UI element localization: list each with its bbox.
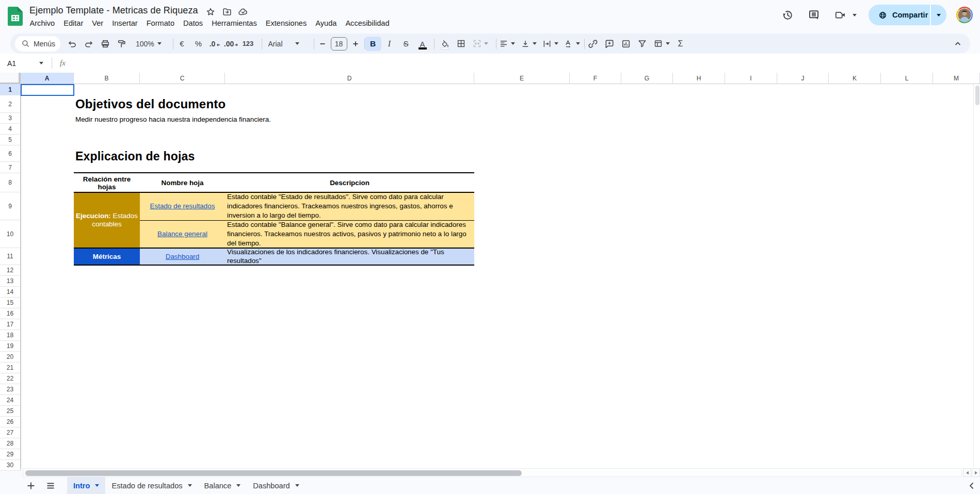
row-header-5[interactable]: 5 (0, 135, 21, 145)
document-title[interactable]: Ejemplo Template - Metricas de Riqueza (29, 5, 198, 16)
vertical-align-button[interactable] (518, 37, 540, 51)
row-header-15[interactable]: 15 (0, 298, 21, 308)
row-header-9[interactable]: 9 (0, 192, 21, 220)
table-views-button[interactable] (651, 37, 672, 51)
cell-link-dashboard[interactable]: Dashboard (140, 248, 225, 265)
column-header-I[interactable]: I (725, 73, 777, 84)
redo-button[interactable] (81, 37, 97, 51)
column-header-L[interactable]: L (881, 73, 933, 84)
borders-button[interactable] (453, 37, 470, 51)
row-header-21[interactable]: 21 (0, 363, 21, 373)
font-family-control[interactable]: Arial (263, 37, 304, 51)
column-header-G[interactable]: G (621, 73, 673, 84)
cell-link-estado-resultados[interactable]: Estado de resultados (140, 192, 225, 220)
menu-ver[interactable]: Ver (88, 18, 108, 29)
meet-caret-icon[interactable] (853, 14, 857, 17)
decrease-font-size-button[interactable] (314, 37, 331, 51)
vertical-scrollbar-thumb[interactable] (975, 86, 979, 105)
menu-extensiones[interactable]: Extensiones (261, 18, 311, 29)
menu-herramientas[interactable]: Herramientas (207, 18, 262, 29)
sheet-tab-estado-de-resultados[interactable]: Estado de resultados (105, 477, 198, 494)
row-header-28[interactable]: 28 (0, 438, 21, 449)
column-header-F[interactable]: F (570, 73, 621, 84)
column-header-J[interactable]: J (777, 73, 829, 84)
row-header-16[interactable]: 16 (0, 308, 21, 319)
scroll-left-button[interactable] (963, 468, 971, 477)
horizontal-scrollbar-track[interactable] (23, 468, 962, 477)
increase-font-size-button[interactable] (347, 37, 364, 51)
print-button[interactable] (97, 37, 114, 51)
account-avatar[interactable] (956, 7, 973, 23)
column-header-B[interactable]: B (74, 73, 140, 84)
name-box-caret[interactable] (39, 62, 43, 64)
cell-desc-balance-general[interactable]: Estado contable "Balance general". Sirve… (225, 220, 474, 248)
column-header-M[interactable]: M (933, 73, 980, 84)
sheet-tab-balance[interactable]: Balance (198, 477, 247, 494)
cell-desc-dashboard[interactable]: Visualizaciones de los indicadores finan… (225, 248, 474, 265)
comments-icon[interactable] (808, 9, 820, 21)
menu-archivo[interactable]: Archivo (25, 18, 59, 29)
italic-button[interactable]: I (381, 37, 398, 51)
vertical-scrollbar[interactable] (973, 84, 980, 468)
chevron-left-icon[interactable] (968, 482, 976, 490)
row-header-12[interactable]: 12 (0, 265, 21, 276)
row-header-29[interactable]: 29 (0, 449, 21, 460)
more-formats-button[interactable]: 123 (240, 37, 256, 51)
insert-chart-button[interactable] (618, 37, 634, 51)
insert-comment-button[interactable] (601, 37, 618, 51)
row-header-23[interactable]: 23 (0, 384, 21, 395)
functions-button[interactable]: Σ (672, 37, 689, 51)
move-folder-icon[interactable] (222, 7, 232, 17)
filter-button[interactable] (634, 37, 651, 51)
row-header-26[interactable]: 26 (0, 417, 21, 427)
column-header-C[interactable]: C (140, 73, 225, 84)
sheet-tab-caret[interactable] (295, 484, 299, 487)
cloud-saved-icon[interactable] (238, 7, 248, 17)
text-rotation-button[interactable] (561, 37, 583, 51)
row-header-4[interactable]: 4 (0, 124, 21, 135)
toolbar-search[interactable]: Menús (15, 36, 60, 52)
row-header-7[interactable]: 7 (0, 162, 21, 173)
share-caret[interactable] (931, 14, 946, 17)
bold-button[interactable]: B (365, 37, 381, 51)
name-box[interactable]: A1 (0, 59, 39, 68)
share-main[interactable]: Compartir (869, 11, 930, 20)
insert-link-button[interactable] (585, 37, 601, 51)
menu-insertar[interactable]: Insertar (108, 18, 142, 29)
sheet-tab-caret[interactable] (236, 484, 240, 487)
row-header-11[interactable]: 11 (0, 248, 21, 265)
paint-format-button[interactable] (114, 37, 130, 51)
cell-ejecucion-group[interactable]: Ejecucion: Estados contables (74, 192, 140, 248)
star-icon[interactable] (205, 7, 216, 17)
menu-formato[interactable]: Formato (142, 18, 179, 29)
increase-decimals-button[interactable]: .00 (223, 37, 240, 51)
column-header-H[interactable]: H (673, 73, 725, 84)
merge-cells-button[interactable] (470, 37, 491, 51)
row-header-30[interactable]: 30 (0, 460, 21, 471)
menu-accesibilidad[interactable]: Accesibilidad (341, 18, 394, 29)
row-header-27[interactable]: 27 (0, 427, 21, 438)
undo-button[interactable] (64, 37, 81, 51)
column-header-E[interactable]: E (474, 73, 570, 84)
column-header-K[interactable]: K (829, 73, 881, 84)
all-sheets-button[interactable] (41, 477, 60, 494)
row-header-18[interactable]: 18 (0, 330, 21, 341)
scroll-right-button[interactable] (972, 468, 980, 477)
sheet-tab-caret[interactable] (188, 484, 192, 487)
zoom-control[interactable]: 100% (133, 37, 166, 51)
horizontal-scrollbar[interactable] (23, 468, 980, 477)
menu-datos[interactable]: Datos (179, 18, 207, 29)
format-percent-button[interactable]: % (190, 37, 207, 51)
row-header-14[interactable]: 14 (0, 287, 21, 298)
row-header-22[interactable]: 22 (0, 373, 21, 384)
decrease-decimals-button[interactable]: .0 (207, 37, 223, 51)
share-button[interactable]: Compartir (869, 5, 946, 25)
cell-link-balance-general[interactable]: Balance general (140, 220, 225, 248)
formula-input[interactable] (66, 54, 980, 73)
row-header-2[interactable]: 2 (0, 95, 21, 113)
row-header-3[interactable]: 3 (0, 113, 21, 124)
sheet-tab-intro[interactable]: Intro (67, 477, 105, 494)
menu-editar[interactable]: Editar (59, 18, 88, 29)
strikethrough-button[interactable]: S (398, 37, 414, 51)
text-color-button[interactable]: A (414, 37, 431, 51)
